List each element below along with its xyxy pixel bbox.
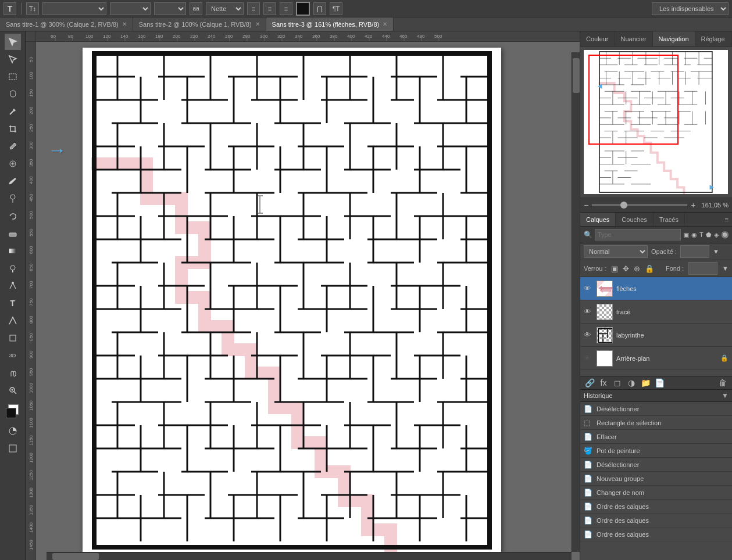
layer-visibility-trace[interactable]: 👁 bbox=[584, 307, 593, 316]
new-group-btn[interactable]: 📁 bbox=[640, 378, 651, 387]
opacity-arrow[interactable]: ▼ bbox=[713, 248, 719, 255]
add-style-btn[interactable]: fx bbox=[598, 378, 609, 387]
brush-tool[interactable] bbox=[5, 173, 21, 189]
dodge-tool[interactable] bbox=[5, 260, 21, 277]
tab-couleur[interactable]: Couleur bbox=[580, 31, 615, 46]
align-left-btn[interactable]: ≡ bbox=[247, 2, 260, 15]
font-family-select[interactable]: Roboto bbox=[42, 2, 106, 15]
fond-arrow[interactable]: ▼ bbox=[722, 265, 729, 272]
tab-couches[interactable]: Couches bbox=[616, 213, 653, 226]
text-warp-btn[interactable]: T↕ bbox=[26, 2, 39, 15]
layer-item-trace[interactable]: 👁 tracé bbox=[580, 300, 732, 324]
lasso-tool[interactable] bbox=[5, 86, 21, 102]
layers-panel-menu[interactable]: ≡ bbox=[722, 213, 732, 226]
maze-document[interactable] bbox=[83, 48, 501, 553]
blend-mode-select[interactable]: Normal bbox=[584, 245, 648, 258]
text-tool-btn[interactable]: T bbox=[3, 2, 16, 15]
history-item-10[interactable]: 📄 Ordre des calques bbox=[580, 527, 732, 541]
sharp-aa-btn[interactable]: aa bbox=[190, 2, 202, 15]
path-select-tool[interactable] bbox=[5, 313, 21, 329]
tab-calques[interactable]: Calques bbox=[580, 213, 616, 226]
history-item-2[interactable]: ⬚ Rectangle de sélection bbox=[580, 416, 732, 430]
crop-tool[interactable] bbox=[5, 121, 21, 137]
magic-wand-tool[interactable] bbox=[5, 103, 21, 120]
zoom-in-btn[interactable]: + bbox=[691, 200, 695, 210]
history-item-7[interactable]: 📄 Changer de nom bbox=[580, 486, 732, 500]
foreground-bg-color[interactable] bbox=[5, 403, 21, 419]
layer-filter-type[interactable]: T bbox=[699, 231, 704, 238]
direct-selection-tool[interactable] bbox=[5, 51, 21, 67]
add-mask-btn[interactable]: ◻ bbox=[612, 378, 623, 387]
layer-visibility-labyrinthe[interactable]: 👁 bbox=[584, 331, 593, 339]
layer-visibility-fleches[interactable]: 👁 bbox=[584, 284, 593, 293]
screen-mode-btn[interactable] bbox=[5, 440, 21, 457]
font-size-select[interactable]: 22 pt bbox=[154, 2, 186, 15]
history-item-1[interactable]: 📄 Désélectionner bbox=[580, 402, 732, 416]
hand-tool[interactable] bbox=[5, 365, 21, 381]
layer-filter-toggle[interactable]: 🔘 bbox=[721, 231, 729, 239]
lock-position-btn[interactable]: ✥ bbox=[623, 264, 629, 273]
shape-tool[interactable] bbox=[5, 330, 21, 346]
lock-pixels-btn[interactable]: ▣ bbox=[611, 264, 618, 273]
zoom-tool[interactable] bbox=[5, 382, 21, 399]
canvas-vertical-scrollbar[interactable] bbox=[572, 52, 580, 552]
tab-nuancier[interactable]: Nuancier bbox=[615, 31, 653, 46]
lock-all-btn[interactable]: 🔒 bbox=[645, 264, 654, 273]
text-color-btn[interactable] bbox=[296, 2, 310, 16]
canvas-horizontal-scrollbar[interactable] bbox=[47, 552, 572, 560]
layer-filter-adjust[interactable]: ◉ bbox=[691, 231, 697, 239]
zoom-handle[interactable] bbox=[620, 202, 627, 209]
align-center-btn[interactable]: ≡ bbox=[263, 2, 276, 15]
gradient-tool[interactable] bbox=[5, 243, 21, 259]
layer-item-arriere-plan[interactable]: 👁 Arrière-plan 🔒 bbox=[580, 347, 732, 370]
new-layer-btn[interactable]: 📄 bbox=[654, 378, 665, 387]
tab-2[interactable]: Sans titre-2 @ 100% (Calque 1, RVB/8) ✕ bbox=[133, 17, 266, 31]
layer-search-input[interactable] bbox=[595, 229, 681, 240]
layer-item-fleches[interactable]: 👁 flèches bbox=[580, 277, 732, 300]
clone-stamp-tool[interactable] bbox=[5, 191, 21, 207]
tab-reglage[interactable]: Réglage bbox=[695, 31, 731, 46]
align-right-btn[interactable]: ≡ bbox=[280, 2, 292, 15]
tab-1-close[interactable]: ✕ bbox=[122, 21, 127, 27]
rect-marquee-tool[interactable] bbox=[5, 69, 21, 85]
history-item-4[interactable]: 🪣 Pot de peinture bbox=[580, 444, 732, 458]
selection-tool[interactable] bbox=[5, 34, 21, 50]
history-item-9[interactable]: 📄 Ordre des calques bbox=[580, 514, 732, 527]
eyedropper-tool[interactable] bbox=[5, 138, 21, 155]
history-item-3[interactable]: 📄 Effacer bbox=[580, 430, 732, 444]
history-item-8[interactable]: 📄 Ordre des calques bbox=[580, 500, 732, 514]
tab-3[interactable]: Sans titre-3 @ 161% (flèches, RVB/8) ✕ bbox=[266, 17, 394, 31]
adjustment-layer-btn[interactable]: ◑ bbox=[626, 378, 637, 387]
opacity-input[interactable]: 100 % bbox=[680, 245, 709, 258]
3d-tool[interactable]: 3D bbox=[5, 347, 21, 364]
pen-tool[interactable] bbox=[5, 278, 21, 294]
delete-layer-btn[interactable]: 🗑 bbox=[717, 378, 729, 387]
workspace-preset-select[interactable]: Les indispensables bbox=[652, 2, 729, 15]
eraser-tool[interactable] bbox=[5, 225, 21, 242]
layer-filter-smart[interactable]: ◈ bbox=[714, 231, 719, 239]
navigation-preview[interactable] bbox=[584, 50, 728, 194]
fond-input[interactable]: 100 % bbox=[688, 262, 717, 275]
tab-navigation[interactable]: Navigation bbox=[653, 31, 695, 46]
layer-filter-shape[interactable]: ⬟ bbox=[706, 231, 712, 239]
zoom-slider[interactable] bbox=[592, 204, 687, 206]
zoom-out-btn[interactable]: − bbox=[584, 200, 588, 210]
tab-3-close[interactable]: ✕ bbox=[383, 21, 387, 27]
historique-collapse-btn[interactable]: ▼ bbox=[722, 392, 729, 400]
tab-1[interactable]: Sans titre-1 @ 300% (Calque 2, RVB/8) ✕ bbox=[0, 17, 133, 31]
type-tool[interactable]: T bbox=[5, 295, 21, 311]
tab-traces[interactable]: Tracés bbox=[654, 213, 685, 226]
font-weight-select[interactable]: Black bbox=[110, 2, 151, 15]
history-brush-tool[interactable] bbox=[5, 208, 21, 224]
history-item-5[interactable]: 📄 Désélectionner bbox=[580, 458, 732, 472]
layer-item-labyrinthe[interactable]: 👁 labyrinthe bbox=[580, 324, 732, 347]
layer-filter-pixel[interactable]: ▣ bbox=[683, 231, 689, 239]
char-panel-btn[interactable]: ¶T bbox=[330, 2, 342, 15]
quick-mask-btn[interactable] bbox=[5, 423, 21, 439]
warp-text-btn[interactable]: ⋂ bbox=[313, 2, 326, 15]
lock-artboard-btn[interactable]: ⊕ bbox=[634, 264, 640, 273]
history-item-6[interactable]: 📄 Nouveau groupe bbox=[580, 472, 732, 486]
link-layers-btn[interactable]: 🔗 bbox=[584, 378, 595, 387]
anti-alias-select[interactable]: Nette bbox=[206, 2, 244, 15]
tab-2-close[interactable]: ✕ bbox=[255, 21, 260, 27]
